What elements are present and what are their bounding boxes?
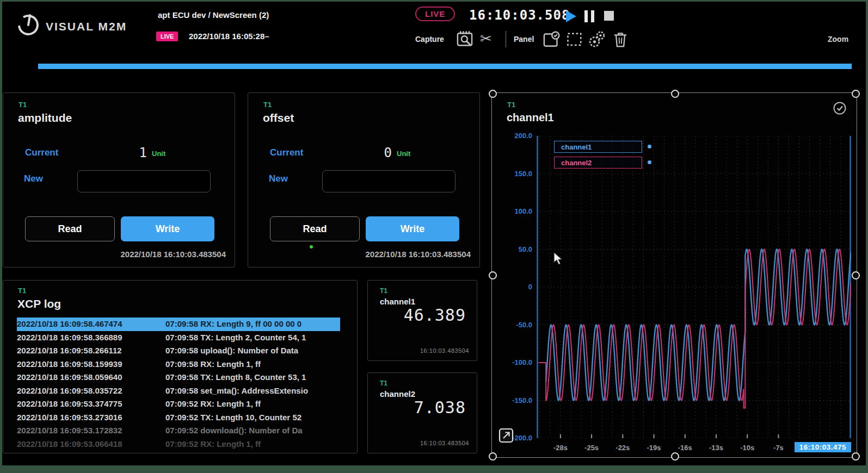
log-row[interactable]: 2022/10/18 16:09:58.15993907:09:58 RX: L…	[17, 358, 340, 371]
legend-visibility-dot[interactable]	[648, 145, 651, 148]
logo-text: VISUAL M2M	[46, 20, 127, 33]
panel-title: XCP log	[17, 297, 61, 310]
source-tag: T1	[18, 287, 26, 295]
plot-area[interactable]	[537, 136, 851, 438]
current-time-badge: 16:10:03.475	[795, 442, 851, 452]
resize-handle-top-mid[interactable]	[671, 90, 679, 98]
channel1-value: 46.389	[404, 306, 466, 325]
status-dot	[310, 245, 313, 248]
current-value: 1	[101, 145, 147, 160]
live-badge: LIVE	[156, 32, 178, 41]
log-row-message: 07:09:58 set_mta(): AddressExtensio	[165, 384, 340, 398]
measurement-start-time: 2022/10/18 16:05:28–	[189, 32, 269, 41]
resize-handle-bottom-right[interactable]	[852, 452, 860, 460]
chart-panel[interactable]: T1 channel1 200.0150.0100.050.00-50.0-10…	[491, 92, 857, 458]
write-button[interactable]: Write	[121, 216, 214, 241]
check-circle-icon[interactable]	[833, 101, 847, 115]
capture-search-icon[interactable]	[456, 30, 473, 49]
legend-item-channel1[interactable]: channel1	[554, 141, 642, 153]
log-row-message: 07:09:52 download(): Number of Da	[165, 424, 340, 438]
resize-handle-top-left[interactable]	[489, 90, 497, 98]
stop-button[interactable]	[604, 11, 614, 21]
settings-gears-icon[interactable]	[588, 30, 606, 49]
waveform-chart[interactable]	[537, 136, 851, 438]
log-row[interactable]: 2022/10/18 16:09:53.17283207:09:52 downl…	[17, 424, 340, 438]
read-button[interactable]: Read	[25, 216, 115, 241]
amplitude-panel: T1 amplitude Current 1 Unit New Read Wri…	[3, 92, 235, 267]
read-button[interactable]: Read	[270, 216, 360, 241]
log-row[interactable]: 2022/10/18 16:09:58.05964007:09:58 TX: L…	[17, 371, 340, 384]
source-tag: T1	[507, 101, 515, 109]
log-row-message: 07:09:58 TX: Length 2, Counter 54, 1	[165, 331, 340, 345]
resize-handle-top-right[interactable]	[852, 90, 860, 98]
panel-title: channel1	[507, 111, 554, 124]
y-tick-label: 100.0	[498, 207, 532, 215]
resize-handle-bottom-mid[interactable]	[671, 452, 679, 460]
unit-label: Unit	[397, 150, 410, 158]
legend-visibility-dot[interactable]	[648, 160, 651, 164]
legend-item-channel2[interactable]: channel2	[554, 157, 642, 169]
panel-title: channel1	[380, 297, 415, 306]
log-row-message: 07:09:52 RX: Length 1, ff	[165, 438, 340, 451]
log-row-time: 2022/10/18 16:09:53.172832	[17, 424, 165, 438]
timeline-progress-bar[interactable]	[38, 64, 852, 69]
log-row-message: 07:09:58 upload(): Number of Data	[165, 344, 340, 358]
log-row[interactable]: 2022/10/18 16:09:58.26611207:09:58 uploa…	[17, 344, 340, 358]
log-row-message: 07:09:58 RX: Length 1, ff	[165, 358, 340, 371]
offset-panel: T1 offset Current 0 Unit New Read Write …	[248, 92, 480, 267]
panel-section-label: Panel	[514, 35, 534, 43]
new-label: New	[269, 173, 288, 184]
cut-scissors-icon[interactable]: ✂	[480, 30, 492, 47]
new-value-input[interactable]	[77, 170, 211, 192]
log-row-time: 2022/10/18 16:09:58.035722	[17, 384, 165, 398]
log-row[interactable]: 2022/10/18 16:09:58.46747407:09:58 RX: L…	[17, 318, 340, 331]
last-update-timestamp: 2022/10/18 16:10:03.483504	[120, 250, 226, 259]
log-row-time: 2022/10/18 16:09:53.273016	[17, 411, 165, 425]
play-button[interactable]	[565, 10, 577, 23]
pause-button[interactable]	[584, 10, 596, 22]
log-row-list: 2022/10/18 16:09:58.46747407:09:58 RX: L…	[17, 318, 340, 451]
visual-m2m-logo-icon	[15, 11, 41, 37]
current-label: Current	[25, 147, 58, 158]
channel2-value-panel: T1 channel2 7.038 16:10:03.483504	[367, 372, 477, 453]
current-label: Current	[270, 147, 303, 158]
log-row-time: 2022/10/18 16:09:53.066418	[17, 438, 165, 451]
log-row-message: 07:09:52 RX: Length 1, ff	[165, 397, 340, 411]
resize-handle-mid-right[interactable]	[852, 271, 860, 279]
select-region-icon[interactable]	[567, 32, 583, 48]
resize-handle-bottom-left[interactable]	[489, 452, 497, 460]
x-tick-label: -10s	[740, 444, 754, 452]
add-panel-icon[interactable]	[543, 30, 560, 49]
y-tick-label: 0	[498, 283, 532, 291]
value-timestamp: 16:10:03.483504	[420, 347, 469, 354]
log-row[interactable]: 2022/10/18 16:09:58.36688907:09:58 TX: L…	[17, 331, 340, 345]
last-update-timestamp: 2022/10/18 16:10:03.483504	[365, 250, 471, 259]
x-tick-label: -16s	[678, 444, 692, 452]
zoom-section-label: Zoom	[828, 35, 848, 43]
log-row-time: 2022/10/18 16:09:58.467474	[17, 318, 165, 331]
y-tick-label: -150.0	[498, 396, 532, 404]
y-tick-label: 150.0	[498, 170, 532, 178]
log-row-message: 07:09:58 TX: Length 8, Counter 53, 1	[165, 371, 340, 384]
panel-title: amplitude	[18, 111, 72, 125]
live-mode-pill[interactable]: LIVE	[415, 7, 455, 21]
y-tick-label: -100.0	[498, 358, 532, 366]
log-row[interactable]: 2022/10/18 16:09:53.06641807:09:52 RX: L…	[17, 438, 340, 451]
current-time-clock: 16:10:03.508	[469, 8, 570, 23]
new-value-input[interactable]	[322, 170, 455, 192]
mouse-cursor	[553, 252, 565, 266]
expand-panel-icon[interactable]	[498, 428, 514, 443]
write-button[interactable]: Write	[366, 216, 459, 241]
log-row[interactable]: 2022/10/18 16:09:53.27301607:09:52 TX: L…	[17, 411, 340, 425]
unit-label: Unit	[152, 150, 165, 158]
new-label: New	[24, 173, 43, 184]
log-row[interactable]: 2022/10/18 16:09:58.03572207:09:58 set_m…	[17, 384, 340, 398]
channel1-value-panel: T1 channel1 46.389 16:10:03.483504	[367, 280, 477, 361]
value-timestamp: 16:10:03.483504	[420, 440, 469, 446]
log-row[interactable]: 2022/10/18 16:09:53.37477507:09:52 RX: L…	[17, 397, 340, 411]
delete-trash-icon[interactable]	[612, 31, 629, 48]
resize-handle-mid-left[interactable]	[489, 271, 497, 279]
log-row-time: 2022/10/18 16:09:58.266112	[17, 344, 165, 358]
log-row-message: 07:09:58 RX: Length 9, ff 00 00 00 0	[165, 318, 340, 331]
x-tick-label: -19s	[647, 444, 661, 452]
